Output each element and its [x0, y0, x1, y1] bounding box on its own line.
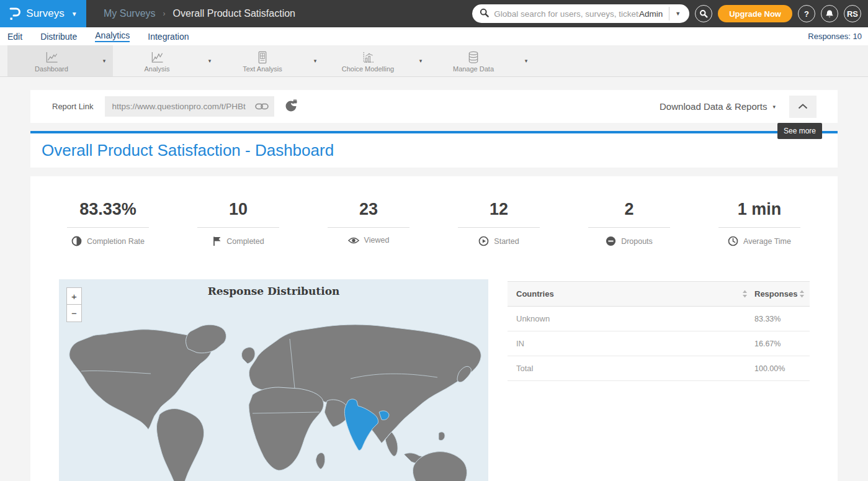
clock-icon: [728, 236, 738, 246]
tab-analysis-dropdown[interactable]: ▾: [201, 45, 218, 76]
report-url-field[interactable]: https://www.questionpro.com/t/PHBt: [105, 96, 274, 117]
toolbar-group-manage-data: Manage Data ▾: [429, 45, 535, 76]
stat-dropouts: 2 Dropouts: [564, 200, 694, 246]
toolbar-group-analysis: Analysis ▾: [113, 45, 218, 76]
world-map-canvas[interactable]: [59, 279, 488, 481]
breadcrumb-separator-icon: ›: [163, 9, 166, 18]
search-scope-label: Admin: [639, 9, 669, 19]
questionpro-logo-icon: [9, 6, 20, 21]
survey-nav: Edit Distribute Analytics Integration Re…: [0, 27, 868, 45]
download-dropdown-caret-icon[interactable]: ▾: [772, 104, 776, 110]
global-search[interactable]: Admin ▼: [472, 4, 689, 23]
breadcrumb: My Surveys › Overall Product Satisfactio…: [104, 8, 295, 19]
nav-item-distribute[interactable]: Distribute: [40, 32, 77, 42]
tab-text-analysis[interactable]: Text Analysis: [218, 45, 306, 76]
nav-item-edit[interactable]: Edit: [7, 32, 22, 42]
sort-icon-responses[interactable]: [799, 290, 805, 298]
map-zoom-in-button[interactable]: +: [66, 287, 82, 305]
table-row: Total 100.00%: [508, 356, 810, 381]
stats-row: 83.33% Completion Rate 10 Completed 23: [30, 176, 838, 246]
link-icon[interactable]: [255, 102, 269, 110]
see-more-tooltip: See more: [777, 123, 822, 139]
tab-analysis[interactable]: Analysis: [113, 45, 201, 76]
column-header-countries[interactable]: Countries: [516, 289, 554, 299]
report-link-label: Report Link: [52, 102, 93, 111]
chevron-down-icon: ▼: [71, 11, 78, 17]
download-data-reports[interactable]: Download Data & Reports: [660, 101, 767, 112]
chevron-up-icon: [798, 104, 808, 109]
choice-modelling-icon: [360, 51, 376, 64]
tab-dashboard-dropdown[interactable]: ▾: [96, 45, 113, 76]
search-icon: [480, 8, 489, 20]
search-button[interactable]: [695, 5, 712, 22]
responses-count: Responses: 10: [808, 32, 862, 41]
nav-item-analytics[interactable]: Analytics: [95, 30, 130, 42]
tab-dashboard[interactable]: Dashboard: [7, 45, 96, 76]
content-area: Report Link https://www.questionpro.com/…: [0, 77, 868, 481]
notifications-button[interactable]: [821, 5, 838, 22]
surveys-product-menu[interactable]: Surveys ▼: [0, 0, 86, 27]
stat-started: 12 Started: [434, 200, 564, 246]
dashboard-card: 83.33% Completion Rate 10 Completed 23: [30, 176, 838, 481]
tab-manage-data-dropdown[interactable]: ▾: [517, 45, 535, 76]
analysis-chart-icon: [149, 51, 165, 64]
report-link-bar: Report Link https://www.questionpro.com/…: [30, 90, 838, 123]
play-circle-icon: [478, 236, 489, 246]
report-url-value: https://www.questionpro.com/t/PHBt: [112, 102, 255, 111]
minus-circle-icon: [606, 236, 616, 246]
table-row: IN 16.67%: [508, 331, 810, 356]
dashboard-chart-icon: [43, 51, 60, 64]
countries-table: Countries Responses Unknown 83.33% IN 16…: [508, 281, 810, 381]
toolbar-group-choice-modelling: Choice Modelling ▾: [324, 45, 429, 76]
collapse-panel-button[interactable]: [789, 96, 817, 118]
flag-icon: [212, 236, 221, 246]
upgrade-now-button[interactable]: Upgrade Now: [718, 5, 792, 22]
table-row: Unknown 83.33%: [508, 307, 810, 331]
map-zoom-out-button[interactable]: −: [66, 305, 82, 322]
countries-table-header: Countries Responses: [508, 281, 810, 307]
stat-viewed: 23 Viewed: [303, 200, 434, 246]
column-header-responses[interactable]: Responses: [754, 289, 797, 299]
help-button[interactable]: ?: [798, 5, 815, 22]
breadcrumb-current-page: Overall Product Satisfaction: [173, 8, 295, 19]
stat-average-time: 1 min Average Time: [694, 200, 825, 246]
global-search-input[interactable]: [494, 9, 639, 19]
nav-item-integration[interactable]: Integration: [148, 32, 189, 42]
bell-icon: [825, 9, 834, 19]
title-band: Overall Product Satisfaction - Dashboard: [30, 133, 838, 168]
search-scope-dropdown[interactable]: ▼: [669, 11, 683, 17]
product-name: Surveys: [26, 7, 64, 20]
page-title: Overall Product Satisfaction - Dashboard: [42, 141, 334, 160]
toolbar-group-dashboard: Dashboard ▾: [7, 45, 113, 76]
tab-choice-modelling[interactable]: Choice Modelling: [324, 45, 412, 76]
tab-text-analysis-dropdown[interactable]: ▾: [306, 45, 324, 76]
toolbar-group-text-analysis: Text Analysis ▾: [218, 45, 324, 76]
sort-icon-countries[interactable]: [742, 290, 748, 298]
analytics-toolbar: Dashboard ▾ Analysis ▾ Text Analysis ▾ C…: [0, 45, 868, 77]
stat-completed: 10 Completed: [173, 200, 303, 246]
database-icon: [465, 51, 481, 64]
tab-choice-modelling-dropdown[interactable]: ▾: [412, 45, 429, 76]
stat-completion-rate: 83.33% Completion Rate: [43, 200, 173, 246]
text-analysis-icon: [254, 51, 271, 64]
tab-manage-data[interactable]: Manage Data: [429, 45, 517, 76]
breadcrumb-my-surveys[interactable]: My Surveys: [104, 8, 156, 19]
completion-rate-icon: [71, 236, 82, 246]
response-distribution-map: Response Distribution + −: [59, 279, 488, 481]
eye-icon: [348, 236, 359, 245]
user-avatar[interactable]: RS: [844, 5, 861, 22]
report-access-globe-lock-icon[interactable]: [284, 99, 298, 114]
top-bar: Surveys ▼ My Surveys › Overall Product S…: [0, 0, 868, 27]
